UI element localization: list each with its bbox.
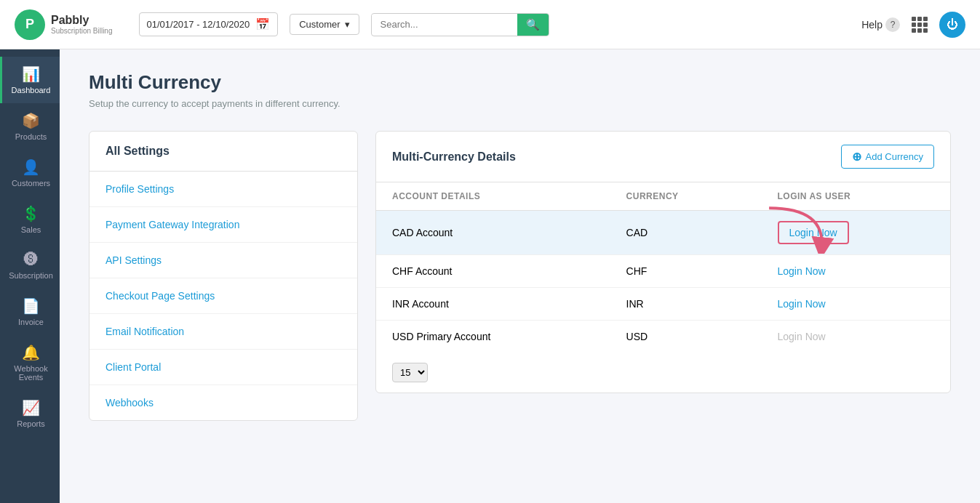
sidebar-item-sales[interactable]: 💲 Sales [0,196,60,243]
cell-account: CHF Account [376,255,610,288]
table-row: INR AccountINRLogin Now [376,288,950,321]
search-input[interactable] [372,15,517,34]
customer-dropdown[interactable]: Customer ▾ [290,14,359,35]
sidebar-item-label: Reports [17,419,45,428]
sidebar-item-label: Invoice [18,318,44,326]
login-now-link[interactable]: Login Now [778,298,826,310]
table-row: CHF AccountCHFLogin Now [376,255,950,288]
customers-icon: 👤 [22,158,40,176]
cell-login[interactable]: Login Now [762,321,950,353]
sidebar-item-subscription[interactable]: 🅢 Subscription [0,243,60,289]
calendar-icon[interactable]: 📅 [255,17,270,31]
cell-login[interactable]: Login Now [762,211,950,255]
cell-currency: CHF [610,255,762,288]
invoice-icon: 📄 [22,297,40,315]
settings-card: All Settings Profile Settings Payment Ga… [89,131,358,421]
date-range-picker[interactable]: 01/01/2017 - 12/10/2020 📅 [139,12,279,36]
client-portal-link[interactable]: Client Portal [105,361,161,373]
cell-account: INR Account [376,288,610,321]
chevron-down-icon: ▾ [345,19,350,30]
cell-account: USD Primary Account [376,321,610,353]
api-settings-link[interactable]: API Settings [105,254,162,266]
sidebar-item-reports[interactable]: 📈 Reports [0,390,60,437]
logo-icon: P [15,9,45,40]
table-row: USD Primary AccountUSDLogin Now [376,321,950,353]
currency-card-title: Multi-Currency Details [392,150,516,164]
payment-gateway-link[interactable]: Payment Gateway Integration [105,219,239,230]
currency-card: Multi-Currency Details ⊕ Add Currency [375,131,951,393]
col-currency: CURRENCY [610,182,762,211]
table-footer: 15 25 50 [376,353,950,393]
login-now-link[interactable]: Login Now [778,265,826,277]
arrow-overlay: ACCOUNT DETAILS CURRENCY LOGIN AS USER C… [376,182,950,353]
sidebar-item-products[interactable]: 📦 Products [0,103,60,150]
subscription-icon: 🅢 [24,252,39,268]
top-navbar: P Pabbly Subscription Billing 01/01/2017… [0,0,980,49]
plus-icon: ⊕ [852,150,861,164]
logo-area: P Pabbly Subscription Billing [15,9,113,40]
sidebar-item-label: Dashboard [12,86,51,94]
help-button[interactable]: Help ? [861,17,900,32]
settings-item-email[interactable]: Email Notification [89,314,357,350]
email-notification-link[interactable]: Email Notification [105,326,184,337]
page-subtitle: Setup the currency to accept payments in… [89,98,951,109]
cell-login[interactable]: Login Now [762,288,950,321]
search-button[interactable]: 🔍 [517,14,549,36]
login-now-link[interactable]: Login Now [778,221,849,244]
search-box[interactable]: 🔍 [371,13,549,36]
date-range-label: 01/01/2017 - 12/10/2020 [147,19,250,30]
customer-dropdown-label: Customer [299,19,340,30]
table-row: CAD AccountCADLogin Now [376,211,950,255]
main-layout: 📊 Dashboard 📦 Products 👤 Customers 💲 Sal… [0,49,980,503]
sidebar-item-invoice[interactable]: 📄 Invoice [0,289,60,335]
help-icon: ? [885,17,900,32]
sidebar-item-label: Customers [12,179,50,188]
settings-item-profile[interactable]: Profile Settings [89,172,357,207]
nav-right: Help ? ⏻ [861,12,965,38]
settings-item-client-portal[interactable]: Client Portal [89,350,357,385]
grid-menu-icon[interactable] [912,17,928,33]
settings-item-payment-gateway[interactable]: Payment Gateway Integration [89,207,357,243]
cards-row: All Settings Profile Settings Payment Ga… [89,131,951,421]
per-page-select[interactable]: 15 25 50 [392,363,428,382]
cell-login[interactable]: Login Now [762,255,950,288]
col-account-details: ACCOUNT DETAILS [376,182,610,211]
checkout-settings-link[interactable]: Checkout Page Settings [105,290,215,302]
cell-currency: INR [610,288,762,321]
help-label: Help [861,19,883,31]
logo-text: Pabbly Subscription Billing [51,13,113,36]
dashboard-icon: 📊 [22,65,40,83]
settings-item-api[interactable]: API Settings [89,243,357,278]
sidebar-item-customers[interactable]: 👤 Customers [0,150,60,196]
sidebar-item-webhook-events[interactable]: 🔔 Webhook Events [0,335,60,390]
webhook-icon: 🔔 [22,344,40,361]
page-title: Multi Currency [89,71,951,94]
sidebar-item-dashboard[interactable]: 📊 Dashboard [0,57,60,103]
col-login-as-user: LOGIN AS USER [762,182,950,211]
settings-card-header: All Settings [89,132,357,172]
power-button[interactable]: ⏻ [939,12,965,38]
webhooks-link[interactable]: Webhooks [105,397,154,409]
sidebar-item-label: Subscription [9,271,53,280]
currency-card-header: Multi-Currency Details ⊕ Add Currency [376,132,950,182]
sidebar-item-label: Sales [21,225,41,234]
sidebar: 📊 Dashboard 📦 Products 👤 Customers 💲 Sal… [0,49,60,503]
profile-settings-link[interactable]: Profile Settings [105,183,174,195]
add-currency-button[interactable]: ⊕ Add Currency [841,145,934,169]
main-content: Multi Currency Setup the currency to acc… [60,49,980,503]
sales-icon: 💲 [22,205,40,222]
brand-name: Pabbly [51,13,113,27]
add-currency-label: Add Currency [866,151,923,162]
brand-sub: Subscription Billing [51,27,113,36]
reports-icon: 📈 [22,399,40,417]
settings-item-webhooks[interactable]: Webhooks [89,385,357,420]
cell-account: CAD Account [376,211,610,255]
sidebar-item-label: Webhook Events [7,364,55,382]
login-now-link[interactable]: Login Now [778,331,826,342]
sidebar-item-label: Products [15,132,47,141]
currency-table: ACCOUNT DETAILS CURRENCY LOGIN AS USER C… [376,182,950,353]
cell-currency: CAD [610,211,762,255]
cell-currency: USD [610,321,762,353]
settings-item-checkout[interactable]: Checkout Page Settings [89,278,357,314]
products-icon: 📦 [22,112,40,129]
